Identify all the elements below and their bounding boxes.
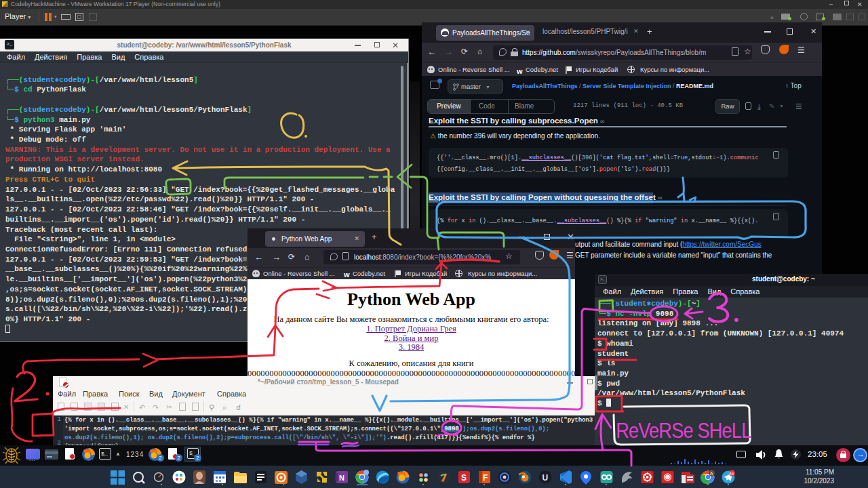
svg-text:ReVeRSe SHeLL: ReVeRSe SHeLL: [616, 419, 751, 442]
